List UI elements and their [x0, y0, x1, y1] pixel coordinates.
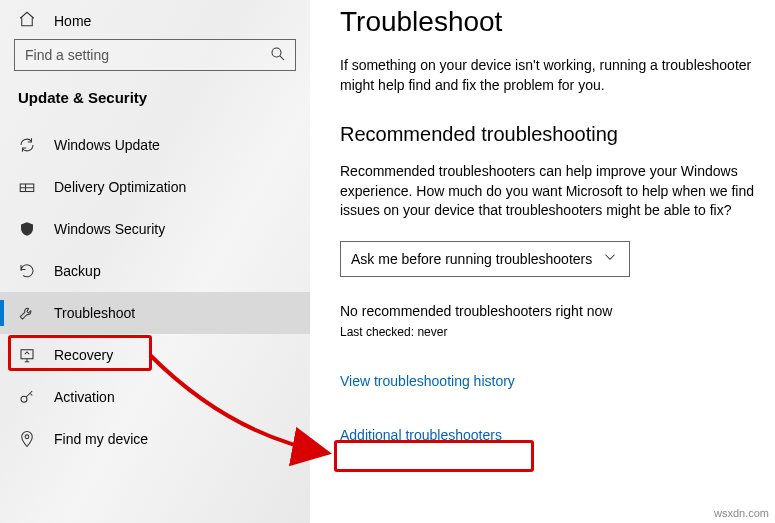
last-checked-text: Last checked: never	[340, 325, 755, 339]
view-history-link[interactable]: View troubleshooting history	[340, 373, 755, 389]
svg-rect-2	[21, 350, 33, 359]
dropdown-value: Ask me before running troubleshooters	[351, 251, 592, 267]
sidebar-item-label: Recovery	[54, 347, 113, 363]
home-icon	[18, 10, 36, 31]
sidebar-item-label: Activation	[54, 389, 115, 405]
status-text: No recommended troubleshooters right now	[340, 303, 755, 319]
sidebar-item-windows-security[interactable]: Windows Security	[0, 208, 310, 250]
shield-icon	[18, 220, 36, 238]
search-box[interactable]	[14, 39, 296, 71]
backup-icon	[18, 262, 36, 280]
main-content: Troubleshoot If something on your device…	[310, 0, 775, 523]
location-icon	[18, 430, 36, 448]
wrench-icon	[18, 304, 36, 322]
sidebar-item-label: Delivery Optimization	[54, 179, 186, 195]
section-title: Recommended troubleshooting	[340, 123, 755, 146]
sidebar-item-troubleshoot[interactable]: Troubleshoot	[0, 292, 310, 334]
sidebar-item-backup[interactable]: Backup	[0, 250, 310, 292]
sidebar-item-activation[interactable]: Activation	[0, 376, 310, 418]
sidebar-item-windows-update[interactable]: Windows Update	[0, 124, 310, 166]
sidebar-item-label: Troubleshoot	[54, 305, 135, 321]
sidebar-item-find-my-device[interactable]: Find my device	[0, 418, 310, 460]
key-icon	[18, 388, 36, 406]
sidebar-item-delivery-optimization[interactable]: Delivery Optimization	[0, 166, 310, 208]
intro-text: If something on your device isn't workin…	[340, 56, 755, 95]
svg-point-3	[21, 396, 27, 402]
search-input[interactable]	[25, 47, 269, 63]
troubleshoot-preference-dropdown[interactable]: Ask me before running troubleshooters	[340, 241, 630, 277]
additional-troubleshooters-link[interactable]: Additional troubleshooters	[340, 427, 755, 443]
watermark: wsxdn.com	[714, 507, 769, 519]
recovery-icon	[18, 346, 36, 364]
delivery-icon	[18, 178, 36, 196]
svg-point-4	[25, 435, 29, 439]
sidebar-item-label: Backup	[54, 263, 101, 279]
sidebar-item-label: Find my device	[54, 431, 148, 447]
sync-icon	[18, 136, 36, 154]
home-button[interactable]: Home	[0, 4, 310, 39]
page-title: Troubleshoot	[340, 6, 755, 38]
search-icon	[269, 45, 287, 66]
sidebar: Home Update & Security Windows Update De…	[0, 0, 310, 523]
sidebar-item-label: Windows Security	[54, 221, 165, 237]
chevron-down-icon	[601, 248, 619, 269]
section-body: Recommended troubleshooters can help imp…	[340, 162, 755, 221]
svg-point-0	[272, 48, 281, 57]
home-label: Home	[54, 13, 91, 29]
sidebar-item-label: Windows Update	[54, 137, 160, 153]
search-wrap	[0, 39, 310, 85]
sidebar-item-recovery[interactable]: Recovery	[0, 334, 310, 376]
nav-list: Windows Update Delivery Optimization Win…	[0, 124, 310, 460]
category-title: Update & Security	[0, 85, 310, 124]
